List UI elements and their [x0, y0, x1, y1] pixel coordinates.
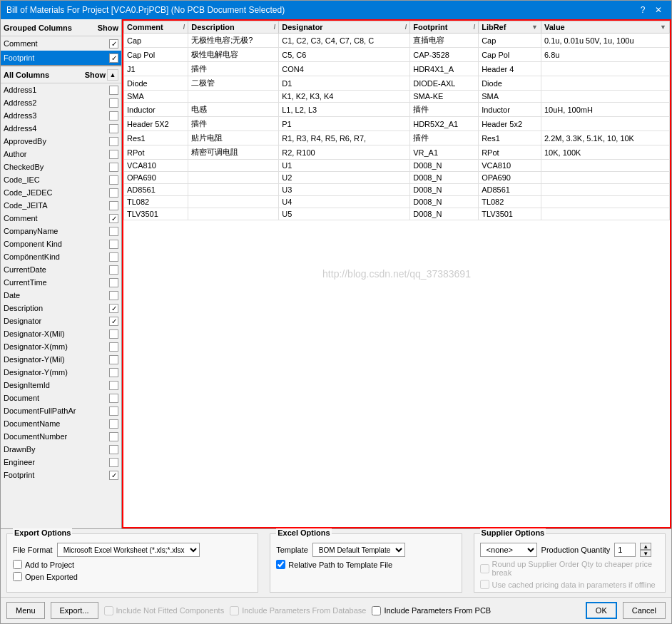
table-row[interactable]: VCA810U1D008_NVCA810 [124, 160, 670, 172]
all-col-item[interactable]: Address4 [1, 122, 121, 135]
menu-button[interactable]: Menu [6, 602, 45, 619]
all-columns-list[interactable]: Address1 Address2 Address3 Address4 Appr… [1, 83, 121, 528]
supplier-select[interactable]: <none> [480, 543, 537, 557]
all-col-item[interactable]: Code_JEDEC [1, 186, 121, 199]
all-col-item[interactable]: CompanyName [1, 225, 121, 237]
table-row[interactable]: TL082U4D008_NTL082 [124, 196, 670, 208]
all-col-checkbox[interactable] [109, 355, 118, 364]
all-col-checkbox[interactable] [109, 394, 118, 403]
all-col-checkbox[interactable] [109, 329, 118, 339]
table-header-designator[interactable]: Designator/ [279, 21, 410, 34]
all-col-checkbox[interactable] [109, 278, 118, 287]
all-col-item[interactable]: Designator-Y(mm) [1, 366, 121, 379]
table-row[interactable]: Diode二极管D1DIODE-AXLDiode [124, 76, 670, 91]
all-col-item[interactable]: Document [1, 392, 121, 404]
grouped-col-checkbox[interactable] [109, 53, 118, 63]
all-col-checkbox[interactable] [109, 201, 118, 210]
table-row[interactable]: Res1贴片电阻R1, R3, R4, R5, R6, R7,插件Res12.2… [124, 131, 670, 145]
round-up-checkbox[interactable] [480, 564, 489, 573]
all-col-checkbox[interactable] [109, 252, 118, 262]
all-col-item[interactable]: ApprovedBy [1, 135, 121, 148]
table-row[interactable]: Inductor电感L1, L2, L3插件Inductor10uH, 100m… [124, 103, 670, 117]
all-col-checkbox[interactable] [109, 150, 118, 159]
include-not-fitted-checkbox[interactable] [104, 606, 113, 615]
all-col-checkbox[interactable] [109, 163, 118, 172]
all-col-checkbox[interactable] [109, 98, 118, 108]
open-exported-label[interactable]: Open Exported [13, 572, 78, 581]
all-col-item[interactable]: CurrentTime [1, 276, 121, 289]
table-row[interactable]: TLV3501U5D008_NTLV3501 [124, 208, 670, 220]
table-header-description[interactable]: Description/ [188, 21, 279, 34]
all-col-checkbox[interactable] [109, 188, 118, 198]
all-col-item[interactable]: Designator-Y(Mil) [1, 353, 121, 366]
relative-path-label[interactable]: Relative Path to Template File [276, 560, 392, 569]
all-col-checkbox[interactable] [109, 419, 118, 429]
all-col-checkbox[interactable] [109, 432, 118, 441]
all-col-checkbox[interactable] [109, 240, 118, 249]
all-col-item[interactable]: CheckedBy [1, 160, 121, 173]
all-col-item[interactable]: Code_JEITA [1, 199, 121, 212]
cancel-button[interactable]: Cancel [623, 602, 666, 619]
relative-path-checkbox[interactable] [276, 560, 285, 569]
ok-button[interactable]: OK [586, 602, 617, 619]
grouped-col-item[interactable]: Footprint [1, 51, 121, 65]
close-button[interactable]: ✕ [651, 4, 666, 16]
open-exported-checkbox[interactable] [13, 572, 22, 581]
table-row[interactable]: Cap Pol极性电解电容C5, C6CAP-3528Cap Pol6.8u [124, 48, 670, 62]
spinner-down[interactable]: ▼ [640, 550, 651, 557]
table-row[interactable]: OPA690U2D008_NOPA690 [124, 172, 670, 184]
grouped-col-item[interactable]: Comment [1, 36, 121, 51]
all-col-item[interactable]: Address3 [1, 109, 121, 122]
all-col-checkbox[interactable] [109, 342, 118, 352]
template-select[interactable]: BOM Default Template 95.xlt [312, 543, 405, 557]
all-col-checkbox[interactable] [109, 471, 118, 480]
grouped-col-checkbox[interactable] [109, 39, 118, 48]
include-params-db-checkbox[interactable] [230, 606, 239, 615]
all-col-checkbox[interactable] [109, 381, 118, 390]
all-col-checkbox[interactable] [109, 445, 118, 454]
cached-pricing-checkbox[interactable] [480, 580, 489, 589]
all-col-item[interactable]: CompönentKind [1, 250, 121, 263]
all-col-item[interactable]: DesignItemId [1, 379, 121, 392]
all-col-item[interactable]: CurrentDate [1, 263, 121, 276]
all-col-item[interactable]: Author [1, 148, 121, 160]
all-col-item[interactable]: Address2 [1, 96, 121, 109]
all-col-item[interactable]: Address1 [1, 83, 121, 96]
all-col-checkbox[interactable] [109, 458, 118, 467]
all-col-checkbox[interactable] [109, 406, 118, 416]
all-col-item[interactable]: DocumentName [1, 417, 121, 430]
table-row[interactable]: RPot精密可调电阻R2, R100VR_A1RPot10K, 100K [124, 145, 670, 160]
all-col-item[interactable]: DrawnBy [1, 443, 121, 456]
add-to-project-label[interactable]: Add to Project [13, 560, 74, 569]
all-col-checkbox[interactable] [109, 265, 118, 275]
table-row[interactable]: J1插件CON4HDR4X1_AHeader 4 [124, 62, 670, 76]
help-button[interactable]: ? [636, 4, 650, 16]
file-format-select[interactable]: Microsoft Excel Worksheet (*.xls;*.xlsx;… [57, 543, 200, 557]
all-col-checkbox[interactable] [109, 124, 118, 133]
spinner-up[interactable]: ▲ [640, 543, 651, 550]
all-col-item[interactable]: Designator [1, 314, 121, 327]
table-container[interactable]: http://blog.csdn.net/qq_37383691 Comment… [123, 21, 670, 527]
scroll-up-arrow[interactable]: ▲ [107, 69, 118, 81]
all-col-checkbox[interactable] [109, 291, 118, 300]
all-col-item[interactable]: Footprint [1, 469, 121, 481]
production-qty-input[interactable] [614, 543, 636, 557]
all-col-item[interactable]: Designator-X(Mil) [1, 327, 121, 340]
all-col-checkbox[interactable] [109, 175, 118, 185]
all-col-item[interactable]: Date [1, 289, 121, 302]
all-col-checkbox[interactable] [109, 368, 118, 377]
table-header-value[interactable]: Value▼ [541, 21, 669, 34]
table-header-libref[interactable]: LibRef▼ [479, 21, 541, 34]
all-col-item[interactable]: Engineer [1, 456, 121, 469]
all-col-item[interactable]: Designator-X(mm) [1, 340, 121, 353]
all-col-checkbox[interactable] [109, 227, 118, 236]
all-col-checkbox[interactable] [109, 214, 118, 223]
all-col-checkbox[interactable] [109, 304, 118, 313]
add-to-project-checkbox[interactable] [13, 560, 22, 569]
table-header-footprint[interactable]: Footprint/ [410, 21, 479, 34]
all-col-checkbox[interactable] [109, 317, 118, 326]
table-row[interactable]: SMAK1, K2, K3, K4SMA-KESMA [124, 91, 670, 103]
all-col-checkbox[interactable] [109, 111, 118, 121]
table-row[interactable]: Header 5X2插件P1HDR5X2_A1Header 5x2 [124, 117, 670, 131]
all-col-checkbox[interactable] [109, 86, 118, 95]
